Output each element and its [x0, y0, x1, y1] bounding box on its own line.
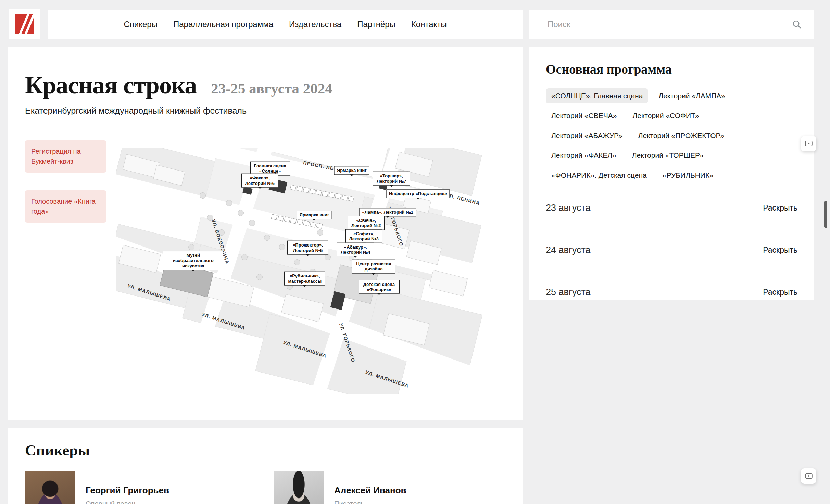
festival-map: ПРОСП. ЛЕНИНАПРОСП. ЛЕНИНАУЛ. ВОЕВОДИНАУ…	[116, 148, 495, 394]
program-day-date: 25 августа	[546, 287, 591, 298]
speaker-description: Оперный певец	[86, 500, 169, 504]
program-filter-chip[interactable]: «СОЛНЦЕ». Главная сцена	[546, 88, 648, 103]
speaker-photo	[25, 471, 75, 504]
nav-items: СпикерыПараллельная программаИздательств…	[124, 20, 447, 29]
program-title: Основная программа	[546, 47, 797, 77]
program-day-row[interactable]: 24 августа Раскрыть	[546, 229, 797, 271]
speaker-info: Алексей Иванов Писатель	[334, 471, 406, 504]
search-bar	[529, 10, 814, 39]
program-filter-chip[interactable]: Лекторий «ПРОЖЕКТОР»	[633, 128, 730, 143]
map-venue-label: Детская сцена «Фонарик»	[359, 280, 400, 294]
hero-action-button[interactable]: Голосование «Книга года»	[25, 190, 106, 223]
media-widget-icon	[804, 472, 813, 481]
page-title: Красная строка	[25, 71, 197, 100]
program-filter-chip[interactable]: Лекторий «ФАКЕЛ»	[546, 148, 622, 163]
hero-head: Красная строка 23-25 августа 2024	[8, 47, 523, 100]
map-venue-label: «Лампа», Лекторий №1	[360, 208, 416, 216]
program-filter-chip[interactable]: Лекторий «ТОРШЕР»	[627, 148, 709, 163]
program-day-date: 23 августа	[546, 203, 591, 213]
map-venue-label: Ярмарка книг	[334, 166, 369, 175]
map-venue-label: «Прожектор», Лекторий №5	[287, 241, 328, 255]
program-filters: «СОЛНЦЕ». Главная сценаЛекторий «ЛАМПА»Л…	[546, 88, 775, 183]
map-venue-label: «Абажур», Лекторий №4	[337, 242, 374, 256]
map-venue-label: «Софит», Лекторий №3	[345, 229, 382, 243]
media-widget-icon	[804, 139, 813, 148]
hero-action-button[interactable]: Регистрация на Букмейт-квиз	[25, 140, 106, 173]
program-days: 23 августа Раскрыть 24 августа Раскрыть …	[546, 187, 797, 300]
map-venue-label: «Факел», Лекторий №6	[241, 174, 278, 188]
map-venue-label: Инфоцентр «Подстанция»	[386, 189, 450, 198]
event-dates: 23-25 августа 2024	[211, 80, 332, 97]
event-subtitle: Екатеринбургский международный книжный ф…	[8, 100, 523, 116]
program-day-row[interactable]: 23 августа Раскрыть	[546, 187, 797, 229]
speakers-list: Георгий Григорьев Оперный певец Алексей …	[8, 459, 523, 504]
search-icon[interactable]	[792, 19, 802, 29]
search-input[interactable]	[547, 19, 792, 29]
floating-widget-button[interactable]	[801, 468, 816, 484]
expand-link[interactable]: Раскрыть	[763, 203, 797, 213]
map-venue-label: «Торшер», Лекторий №7	[373, 172, 410, 186]
speaker-name[interactable]: Алексей Иванов	[334, 485, 406, 496]
program-filter-chip[interactable]: «ФОНАРИК». Детская сцена	[546, 168, 652, 183]
program-day-row[interactable]: 25 августа Раскрыть	[546, 271, 797, 300]
speaker-name[interactable]: Георгий Григорьев	[86, 485, 169, 496]
map-venue-label: «Рубильник», мастер-классы	[284, 272, 325, 286]
expand-link[interactable]: Раскрыть	[763, 245, 797, 255]
speaker-card[interactable]: Георгий Григорьев Оперный певец	[25, 471, 265, 504]
speakers-section: Спикеры Георгий Григорьев Оперный певец …	[8, 428, 523, 504]
nav-item[interactable]: Параллельная программа	[173, 20, 273, 29]
nav-item[interactable]: Спикеры	[124, 20, 157, 29]
speaker-description: Писатель	[334, 500, 406, 504]
nav-item[interactable]: Издательства	[289, 20, 341, 29]
hero-actions: Регистрация на Букмейт-квизГолосование «…	[25, 140, 106, 223]
speaker-photo	[274, 471, 324, 504]
program-filter-chip[interactable]: Лекторий «СОФИТ»	[627, 108, 704, 123]
floating-widget-button[interactable]	[801, 136, 816, 151]
scrollbar-thumb[interactable]	[824, 201, 827, 228]
map-venue-labels: Главная сцена «Солнце»Ярмарка книг«Факел…	[116, 148, 495, 394]
program-filter-chip[interactable]: Лекторий «СВЕЧА»	[546, 108, 622, 123]
red-line-logo-icon	[15, 14, 34, 34]
program-filter-chip[interactable]: Лекторий «ЛАМПА»	[653, 88, 731, 103]
logo[interactable]	[9, 9, 40, 39]
map-venue-label: Центр развития дизайна	[352, 260, 395, 274]
speaker-card[interactable]: Алексей Иванов Писатель	[274, 471, 513, 504]
program-sidebar: Основная программа «СОЛНЦЕ». Главная сце…	[529, 47, 814, 300]
speakers-title: Спикеры	[8, 428, 523, 459]
speaker-info: Георгий Григорьев Оперный певец	[86, 471, 169, 504]
map-venue-label: «Свеча», Лекторий №2	[348, 216, 385, 230]
program-filter-chip[interactable]: Лекторий «АБАЖУР»	[546, 128, 628, 143]
program-day-date: 24 августа	[546, 245, 591, 255]
nav-item[interactable]: Партнёры	[357, 20, 395, 29]
nav-item[interactable]: Контакты	[411, 20, 447, 29]
program-filter-chip[interactable]: «РУБИЛЬНИК»	[657, 168, 719, 183]
main-nav: СпикерыПараллельная программаИздательств…	[48, 10, 523, 39]
hero-card: Красная строка 23-25 августа 2024 Екатер…	[8, 47, 523, 420]
map-venue-label: Музей изобразительного искусства	[163, 251, 223, 270]
map-venue-label: Ярмарка книг	[297, 211, 332, 219]
expand-link[interactable]: Раскрыть	[763, 288, 797, 297]
